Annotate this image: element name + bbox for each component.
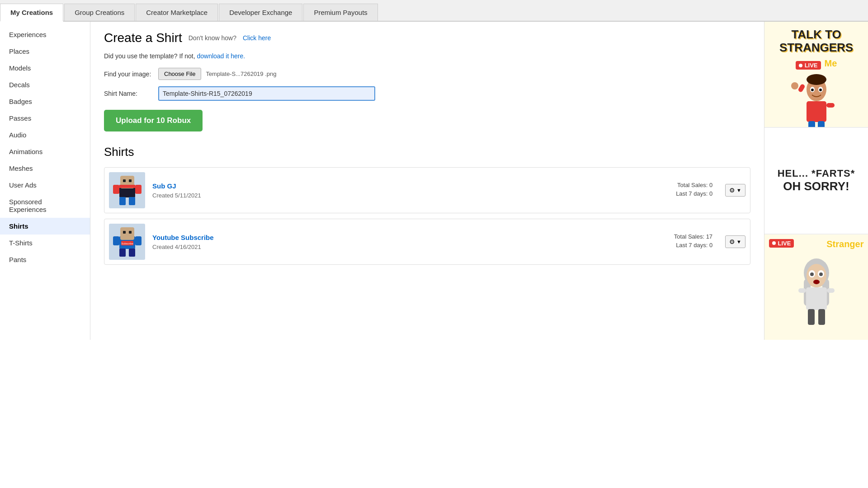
shirt-action-btn-youtube[interactable]: ⚙ ▼ xyxy=(725,235,745,248)
svg-rect-7 xyxy=(129,197,135,205)
shirt-last7-label: Last 7 days: xyxy=(676,190,708,197)
svg-rect-15 xyxy=(119,249,126,257)
ad2-text1: HEL... *FARTS* xyxy=(778,168,855,179)
svg-rect-13 xyxy=(113,236,119,245)
sidebar-item-user-ads[interactable]: User Ads xyxy=(0,177,90,193)
shirt-item-sub-gj: Sub GJ Created 5/11/2021 Total Sales: 0 … xyxy=(104,167,750,213)
svg-rect-27 xyxy=(826,103,835,108)
selected-file-name: Template-S...7262019 .png xyxy=(206,70,276,77)
sidebar-item-decals[interactable]: Decals xyxy=(0,76,90,93)
ad-block-stranger[interactable]: LIVE Stranger xyxy=(764,235,868,340)
shirt-stats-youtube: Total Sales: 17 Last 7 days: 0 xyxy=(649,233,712,250)
tab-developer-exchange[interactable]: Developer Exchange xyxy=(219,4,302,21)
shirt-created-sub-gj: Created 5/11/2021 xyxy=(152,192,201,199)
tab-my-creations[interactable]: My Creations xyxy=(0,4,63,22)
shirt-name-link-youtube[interactable]: Youtube Subscribe xyxy=(152,234,642,241)
sidebar-item-meshes[interactable]: Meshes xyxy=(0,160,90,177)
shirt-name-input[interactable] xyxy=(158,86,375,101)
ad3-background: LIVE Stranger xyxy=(764,235,868,340)
shirt-total-sales-sub-gj: Total Sales: 0 xyxy=(649,182,712,188)
shirt-thumbnail-image xyxy=(110,172,144,208)
svg-rect-29 xyxy=(818,121,825,127)
sidebar-item-passes[interactable]: Passes xyxy=(0,110,90,127)
svg-rect-16 xyxy=(129,249,135,257)
download-template-link[interactable]: download it here. xyxy=(197,52,245,60)
dropdown-arrow-icon-yt: ▼ xyxy=(736,239,741,244)
tab-group-creations[interactable]: Group Creations xyxy=(64,4,135,21)
svg-rect-10 xyxy=(120,227,134,240)
sidebar-item-places[interactable]: Places xyxy=(0,43,90,60)
content-area: Create a Shirt Don't know how? Click her… xyxy=(90,22,764,340)
ad3-live-text: LIVE xyxy=(778,240,791,247)
ad2-background: HEL... *FARTS* OH SORRY! xyxy=(764,154,868,208)
ad1-me-label: Me xyxy=(825,58,837,69)
svg-point-23 xyxy=(811,89,814,91)
svg-rect-44 xyxy=(818,309,825,325)
find-image-row: Find your image: Choose File Template-S.… xyxy=(104,68,750,80)
sidebar: Experiences Places Models Decals Badges … xyxy=(0,22,90,340)
top-nav: My Creations Group Creations Creator Mar… xyxy=(0,0,868,22)
svg-point-20 xyxy=(807,74,826,85)
ad1-character xyxy=(789,72,844,127)
live-dot-icon xyxy=(799,64,802,67)
find-image-label: Find your image: xyxy=(104,70,154,78)
svg-point-38 xyxy=(819,272,823,276)
shirt-thumbnail-sub-gj xyxy=(109,172,145,208)
shirt-last7-sub-gj: Last 7 days: 0 xyxy=(649,190,712,197)
ad2-text2: OH SORRY! xyxy=(783,179,849,193)
main-layout: Experiences Places Models Decals Badges … xyxy=(0,22,868,340)
shirt-thumbnail-youtube-subscribe: Subscribe xyxy=(109,224,145,260)
dont-know-text: Don't know how? xyxy=(189,34,236,42)
svg-rect-40 xyxy=(806,287,827,310)
shirt-total-sales-value-yt: 17 xyxy=(706,233,712,240)
upload-button[interactable]: Upload for 10 Robux xyxy=(104,110,203,131)
ad3-character xyxy=(787,254,846,335)
create-shirt-header: Create a Shirt Don't know how? Click her… xyxy=(104,31,750,45)
svg-rect-28 xyxy=(808,121,815,127)
sidebar-item-experiences[interactable]: Experiences xyxy=(0,26,90,43)
svg-rect-25 xyxy=(807,101,826,122)
shirt-total-sales-value: 0 xyxy=(709,182,712,188)
svg-text:Subscribe: Subscribe xyxy=(121,242,133,245)
svg-point-24 xyxy=(819,89,822,91)
tab-premium-payouts[interactable]: Premium Payouts xyxy=(303,4,377,21)
shirt-last7-youtube: Last 7 days: 0 xyxy=(649,242,712,249)
ad-panel: TALK TOSTRANGERS LIVE Me xyxy=(764,22,868,340)
shirt-stats-sub-gj: Total Sales: 0 Last 7 days: 0 xyxy=(649,182,712,199)
sidebar-item-sponsored-experiences[interactable]: Sponsored Experiences xyxy=(0,193,90,218)
ad-block-farts[interactable]: HEL... *FARTS* OH SORRY! xyxy=(764,128,868,234)
shirt-last7-label-yt: Last 7 days: xyxy=(676,242,708,249)
shirt-total-sales-youtube: Total Sales: 17 xyxy=(649,233,712,240)
svg-rect-4 xyxy=(113,185,119,194)
dropdown-arrow-icon: ▼ xyxy=(736,188,741,193)
sidebar-item-animations[interactable]: Animations xyxy=(0,143,90,160)
shirt-actions-sub-gj: ⚙ ▼ xyxy=(725,184,745,197)
page-title: Create a Shirt xyxy=(104,31,182,45)
shirt-total-sales-label: Total Sales: xyxy=(677,182,708,188)
shirt-item-youtube-subscribe: Subscribe Youtube Subscribe Created 4/16… xyxy=(104,219,750,265)
choose-file-button[interactable]: Choose File xyxy=(158,68,201,80)
shirt-action-btn-sub-gj[interactable]: ⚙ ▼ xyxy=(725,184,745,197)
shirt-created-youtube: Created 4/16/2021 xyxy=(152,244,201,250)
ad3-stranger-label: Stranger xyxy=(826,239,863,249)
shirt-name-link-sub-gj[interactable]: Sub GJ xyxy=(152,182,642,190)
click-here-link[interactable]: Click here xyxy=(243,34,271,42)
tab-creator-marketplace[interactable]: Creator Marketplace xyxy=(136,4,218,21)
ad1-live-text: LIVE xyxy=(805,62,818,69)
sidebar-item-models[interactable]: Models xyxy=(0,60,90,76)
template-note-prefix: Did you use the template? If not, xyxy=(104,52,195,60)
svg-rect-5 xyxy=(135,185,142,194)
shirt-last7-value-yt: 0 xyxy=(709,242,712,249)
sidebar-item-badges[interactable]: Badges xyxy=(0,93,90,110)
sidebar-item-pants[interactable]: Pants xyxy=(0,251,90,268)
svg-rect-14 xyxy=(135,236,142,245)
shirt-info-sub-gj: Sub GJ Created 5/11/2021 xyxy=(152,182,642,199)
shirt-name-row: Shirt Name: xyxy=(104,86,750,101)
sidebar-item-shirts[interactable]: Shirts xyxy=(0,218,90,235)
svg-rect-42 xyxy=(827,288,835,293)
shirt-last7-value: 0 xyxy=(709,190,712,197)
shirts-section-title: Shirts xyxy=(104,145,750,159)
sidebar-item-audio[interactable]: Audio xyxy=(0,127,90,143)
sidebar-item-t-shirts[interactable]: T-Shirts xyxy=(0,235,90,251)
ad-block-talk-to-strangers[interactable]: TALK TOSTRANGERS LIVE Me xyxy=(764,22,868,128)
